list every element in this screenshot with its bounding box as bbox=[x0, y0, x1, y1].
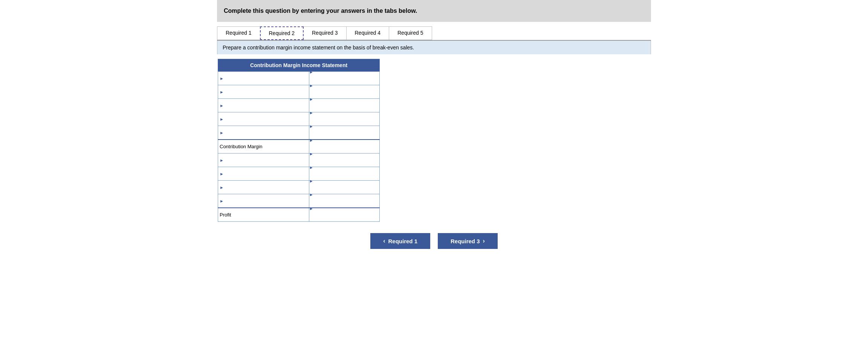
row-input-cell: ► bbox=[309, 72, 379, 85]
row-label: ► bbox=[218, 72, 309, 85]
row-input-cell: ► bbox=[309, 99, 379, 112]
arrow-icon: ► bbox=[309, 206, 313, 211]
arrow-icon: ► bbox=[220, 76, 224, 81]
arrow-icon: ► bbox=[309, 179, 313, 183]
arrow-icon: ► bbox=[220, 199, 224, 203]
arrow-icon: ► bbox=[309, 70, 313, 74]
header-bar: Complete this question by entering your … bbox=[217, 0, 651, 22]
table-row: ► ► bbox=[218, 99, 380, 112]
table-row: ► ► bbox=[218, 85, 380, 99]
forward-button-label: Required 3 bbox=[451, 238, 480, 244]
tab-required-1[interactable]: Required 1 bbox=[217, 26, 260, 40]
table-row: ► ► bbox=[218, 112, 380, 126]
instruction-bar: Prepare a contribution margin income sta… bbox=[217, 41, 651, 54]
tabs-container: Required 1 Required 2 Required 3 Require… bbox=[217, 25, 651, 41]
row-label: ► bbox=[218, 112, 309, 126]
arrow-icon: ► bbox=[220, 103, 224, 108]
arrow-icon: ► bbox=[309, 97, 313, 101]
profit-input[interactable] bbox=[309, 211, 379, 224]
tab-required-3[interactable]: Required 3 bbox=[303, 26, 347, 40]
arrow-icon: ► bbox=[309, 124, 313, 129]
navigation-buttons: ‹ Required 1 Required 3 › bbox=[217, 233, 651, 249]
arrow-icon: ► bbox=[220, 117, 224, 121]
income-statement-table: Contribution Margin Income Statement ► ►… bbox=[218, 59, 380, 222]
row-label: ► bbox=[218, 126, 309, 140]
row-input-cell: ► bbox=[309, 112, 379, 126]
row-label: ► bbox=[218, 154, 309, 167]
row-input-cell: ► bbox=[309, 154, 379, 167]
row-label: ► bbox=[218, 181, 309, 194]
table-row: ► ► bbox=[218, 181, 380, 194]
row-label: ► bbox=[218, 194, 309, 208]
arrow-icon: ► bbox=[309, 138, 313, 143]
arrow-icon: ► bbox=[220, 185, 224, 190]
profit-label: Profit bbox=[218, 208, 309, 222]
row-input-cell: ► bbox=[309, 194, 379, 208]
forward-button[interactable]: Required 3 › bbox=[438, 233, 498, 249]
arrow-icon: ► bbox=[220, 172, 224, 176]
tab-required-4[interactable]: Required 4 bbox=[346, 26, 390, 40]
back-button-label: Required 1 bbox=[388, 238, 417, 244]
chevron-left-icon: ‹ bbox=[383, 238, 385, 244]
tab-required-2[interactable]: Required 2 bbox=[260, 26, 304, 40]
table-row: ► ► bbox=[218, 194, 380, 208]
arrow-icon: ► bbox=[220, 90, 224, 94]
row-label: ► bbox=[218, 167, 309, 181]
row-input-cell: ► bbox=[309, 126, 379, 140]
table-row: ► ► bbox=[218, 72, 380, 85]
arrow-icon: ► bbox=[309, 192, 313, 197]
arrow-icon: ► bbox=[309, 111, 313, 115]
row-input-cell: ► bbox=[309, 85, 379, 99]
row-label: ► bbox=[218, 99, 309, 112]
arrow-icon: ► bbox=[220, 158, 224, 163]
arrow-icon: ► bbox=[309, 152, 313, 156]
row-input-cell: ► bbox=[309, 181, 379, 194]
table-row: ► ► bbox=[218, 167, 380, 181]
table-row: ► ► bbox=[218, 154, 380, 167]
table-title: Contribution Margin Income Statement bbox=[218, 59, 380, 72]
page-instruction: Complete this question by entering your … bbox=[224, 8, 644, 14]
contribution-margin-row: Contribution Margin ► bbox=[218, 140, 380, 154]
chevron-right-icon: › bbox=[483, 238, 485, 244]
table-row: ► ► bbox=[218, 126, 380, 140]
contribution-margin-input-cell: ► bbox=[309, 140, 379, 154]
profit-row: Profit ► bbox=[218, 208, 380, 222]
row-label: ► bbox=[218, 85, 309, 99]
arrow-icon: ► bbox=[309, 83, 313, 88]
table-section: Contribution Margin Income Statement ► ►… bbox=[218, 59, 651, 222]
contribution-margin-label: Contribution Margin bbox=[218, 140, 309, 154]
arrow-icon: ► bbox=[309, 165, 313, 170]
profit-input-cell: ► bbox=[309, 208, 379, 222]
arrow-icon: ► bbox=[220, 130, 224, 135]
row-input-cell: ► bbox=[309, 167, 379, 181]
tab-required-5[interactable]: Required 5 bbox=[389, 26, 432, 40]
back-button[interactable]: ‹ Required 1 bbox=[370, 233, 430, 249]
